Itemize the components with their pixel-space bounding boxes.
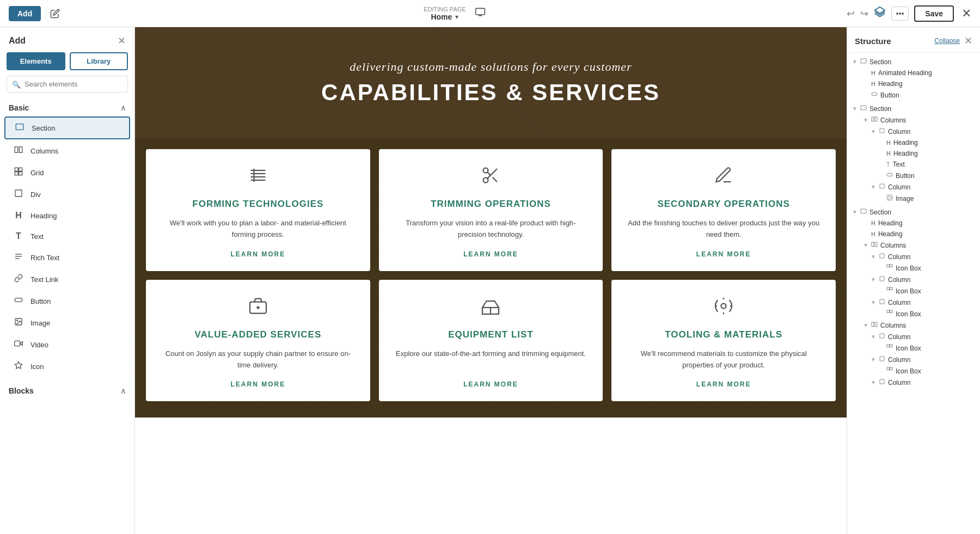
tree-heading-4[interactable]: H Heading xyxy=(847,218,980,229)
canvas-area[interactable]: delivering custom-made solutions for eve… xyxy=(135,27,847,534)
tree-heading-1[interactable]: H Heading xyxy=(847,78,980,89)
tree-column-4[interactable]: ▼ Column xyxy=(847,274,980,285)
arrow-icon: ▼ xyxy=(862,322,869,328)
element-item-section[interactable]: Section xyxy=(4,116,130,139)
card-tooling-link[interactable]: LEARN MORE xyxy=(696,380,751,388)
tree-column-2[interactable]: ▼ Column xyxy=(847,181,980,193)
element-item-text-link[interactable]: Text Link xyxy=(4,269,130,290)
card-trimming[interactable]: TRIMMING OPERATIONS Transform your visio… xyxy=(379,149,603,271)
tree-image-1[interactable]: Image xyxy=(847,193,980,204)
card-equipment[interactable]: EQUIPMENT LIST Explore our state-of-the-… xyxy=(379,280,603,402)
tree-section-2[interactable]: ▼ Section xyxy=(847,103,980,114)
section-tree-icon xyxy=(860,105,867,113)
button-tree-icon xyxy=(871,91,878,99)
element-item-image[interactable]: Image xyxy=(4,312,130,333)
tab-elements[interactable]: Elements xyxy=(7,52,65,70)
video-icon xyxy=(13,339,24,350)
svg-rect-4 xyxy=(16,124,23,130)
hero-section[interactable]: delivering custom-made solutions for eve… xyxy=(135,27,847,138)
tree-iconbox-3[interactable]: Icon Box xyxy=(847,308,980,320)
svg-rect-55 xyxy=(890,287,893,290)
card-value-added[interactable]: VALUE-ADDED SERVICES Count on Joslyn as … xyxy=(146,280,370,402)
card-forming-link[interactable]: LEARN MORE xyxy=(230,250,285,258)
svg-rect-57 xyxy=(887,310,890,313)
device-preview-icon[interactable] xyxy=(475,7,486,20)
tab-library[interactable]: Library xyxy=(70,52,128,70)
arrow-icon: ▼ xyxy=(852,106,858,112)
element-label-image: Image xyxy=(30,319,50,327)
element-item-columns[interactable]: Columns xyxy=(4,140,130,161)
element-label-columns: Columns xyxy=(30,147,58,155)
more-options-button[interactable]: ••• xyxy=(891,7,909,21)
edit-icon[interactable] xyxy=(47,6,63,21)
tree-section-3[interactable]: ▼ Section xyxy=(847,206,980,218)
tree-heading-3[interactable]: H Heading xyxy=(847,148,980,159)
card-tooling[interactable]: TOOLING & MATERIALS We'll recommend mate… xyxy=(611,280,836,402)
page-dropdown-icon[interactable]: ▾ xyxy=(455,13,458,21)
right-panel-close-button[interactable]: ✕ xyxy=(964,35,972,47)
svg-rect-54 xyxy=(887,287,890,290)
tree-iconbox-4[interactable]: Icon Box xyxy=(847,342,980,354)
undo-button[interactable]: ↩ xyxy=(847,8,855,20)
close-button[interactable]: ✕ xyxy=(961,7,971,21)
tree-button-1[interactable]: Button xyxy=(847,89,980,101)
element-item-icon[interactable]: Icon xyxy=(4,356,130,377)
element-item-text[interactable]: T Text xyxy=(4,226,130,246)
card-equipment-desc: Explore our state-of-the-art forming and… xyxy=(396,348,586,371)
tree-iconbox-5[interactable]: Icon Box xyxy=(847,365,980,377)
tree-heading-1-label: Heading xyxy=(878,80,903,88)
element-label-video: Video xyxy=(30,341,48,349)
tree-column-5[interactable]: ▼ Column xyxy=(847,297,980,308)
card-secondary-link[interactable]: LEARN MORE xyxy=(696,250,751,258)
tree-iconbox-1[interactable]: Icon Box xyxy=(847,262,980,274)
card-tooling-icon xyxy=(714,296,733,320)
element-item-button[interactable]: Button xyxy=(4,291,130,311)
tree-column-3[interactable]: ▼ Column xyxy=(847,251,980,262)
element-item-div[interactable]: Div xyxy=(4,184,130,205)
arrow-icon xyxy=(862,81,869,87)
left-panel-close-button[interactable]: ✕ xyxy=(118,35,126,47)
element-item-grid[interactable]: Grid xyxy=(4,162,130,183)
tree-column-8[interactable]: ▼ Column xyxy=(847,377,980,388)
tree-column-6[interactable]: ▼ Column xyxy=(847,331,980,342)
tree-columns-3[interactable]: ▼ Columns xyxy=(847,320,980,331)
svg-rect-66 xyxy=(890,367,893,370)
tree-iconbox-2[interactable]: Icon Box xyxy=(847,285,980,297)
tree-heading-5[interactable]: H Heading xyxy=(847,229,980,240)
card-forming[interactable]: FORMING TECHNOLOGIES We'll work with you… xyxy=(146,149,370,271)
tree-heading-2[interactable]: H Heading xyxy=(847,137,980,148)
redo-button[interactable]: ↪ xyxy=(860,8,868,20)
card-secondary[interactable]: SECONDARY OPERATIONS Add the finishing t… xyxy=(611,149,836,271)
card-value-added-icon xyxy=(248,296,268,320)
tree-columns-2[interactable]: ▼ Columns xyxy=(847,240,980,251)
svg-rect-59 xyxy=(872,322,874,327)
collapse-button[interactable]: Collapse xyxy=(934,37,960,45)
svg-rect-62 xyxy=(887,345,890,347)
element-item-video[interactable]: Video xyxy=(4,334,130,355)
element-label-grid: Grid xyxy=(30,169,44,177)
element-label-heading: Heading xyxy=(30,212,57,220)
tree-section-1[interactable]: ▼ Section xyxy=(847,56,980,67)
iconbox-tree-icon xyxy=(886,344,893,352)
tree-text-1[interactable]: T Text xyxy=(847,159,980,170)
section-header-basic[interactable]: Basic ∧ xyxy=(0,99,134,116)
tree-columns-1[interactable]: ▼ Columns xyxy=(847,114,980,126)
heading-tree-icon: H xyxy=(871,81,875,87)
element-item-heading[interactable]: H Heading xyxy=(4,206,130,225)
card-equipment-link[interactable]: LEARN MORE xyxy=(463,380,518,388)
tree-column-7[interactable]: ▼ Column xyxy=(847,354,980,365)
card-trimming-link[interactable]: LEARN MORE xyxy=(463,250,518,258)
topbar-center: EDITING PAGE Home ▾ xyxy=(69,6,840,21)
tree-animated-heading[interactable]: H Animated Heading xyxy=(847,67,980,78)
search-input[interactable] xyxy=(7,76,128,93)
tree-button-2[interactable]: Button xyxy=(847,170,980,181)
save-button[interactable]: Save xyxy=(914,5,954,22)
page-name: Home xyxy=(431,13,452,21)
element-item-rich-text[interactable]: Rich Text xyxy=(4,247,130,268)
section-header-blocks[interactable]: Blocks ∧ xyxy=(0,382,134,400)
tree-column-1[interactable]: ▼ Column xyxy=(847,126,980,137)
add-button[interactable]: Add xyxy=(9,6,41,21)
arrow-icon xyxy=(878,311,884,317)
card-value-added-link[interactable]: LEARN MORE xyxy=(230,380,285,388)
layers-icon[interactable] xyxy=(874,6,886,21)
